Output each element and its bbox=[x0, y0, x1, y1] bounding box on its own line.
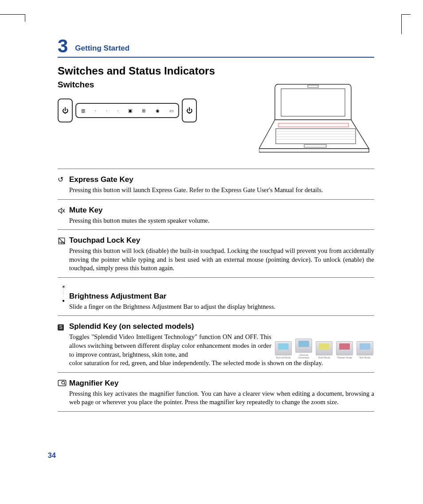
splendid-body-b: color saturation for red, green, and blu… bbox=[69, 359, 374, 368]
svg-rect-15 bbox=[58, 380, 66, 386]
left-diagrams: Switches ⏻ ▥···▣⊞◉▭ ⏻ bbox=[58, 80, 197, 122]
splendid-modes: Normal Mode Gamma Correction Vivid Mode … bbox=[274, 334, 374, 359]
crop-mark-top-right bbox=[401, 14, 411, 34]
svg-line-17 bbox=[64, 383, 65, 384]
laptop-diagram bbox=[259, 80, 374, 160]
section-mute: Mute Key Pressing this button mutes the … bbox=[58, 199, 374, 230]
mode-gamma-icon bbox=[295, 339, 312, 353]
magnifier-body: Pressing this key activates the magnifie… bbox=[69, 390, 374, 407]
center-strip-icon: ▥···▣⊞◉▭ bbox=[75, 103, 179, 118]
splendid-body-a: Toggles "Splendid Video Intelligent Tech… bbox=[69, 333, 271, 359]
section-splendid: S Splendid Key (on selected models) Togg… bbox=[58, 315, 374, 372]
switch-panel-diagram: ⏻ ▥···▣⊞◉▭ ⏻ bbox=[58, 98, 197, 122]
mode-soft-icon bbox=[356, 341, 373, 355]
magnifier-icon bbox=[58, 379, 69, 388]
diagram-row: Switches ⏻ ▥···▣⊞◉▭ ⏻ bbox=[58, 80, 374, 160]
svg-point-16 bbox=[62, 381, 64, 384]
splendid-icon: S bbox=[58, 322, 69, 331]
svg-rect-8 bbox=[304, 145, 326, 147]
touchpad-lock-icon bbox=[58, 236, 69, 246]
brightness-title: Brightness Adjustment Bar bbox=[69, 292, 374, 301]
mute-icon bbox=[58, 206, 69, 216]
mute-title: Mute Key bbox=[69, 206, 374, 215]
left-button-icon: ⏻ bbox=[58, 98, 73, 122]
svg-rect-0 bbox=[281, 89, 345, 116]
svg-rect-3 bbox=[276, 129, 356, 144]
subtitle: Switches bbox=[58, 80, 197, 90]
brightness-body: Slide a finger on the Brightness Adjustm… bbox=[69, 303, 374, 311]
touchpad-body: Pressing this button will lock (disable)… bbox=[69, 247, 374, 273]
svg-rect-1 bbox=[308, 85, 318, 87]
brightness-bar-icon: ☀ ···· ● bbox=[58, 284, 69, 303]
chapter-header: 3 Getting Started bbox=[58, 35, 374, 58]
express-gate-icon: ↺ bbox=[58, 175, 69, 183]
page-title: Switches and Status Indicators bbox=[58, 65, 374, 77]
mode-label: Theater Mode bbox=[335, 356, 354, 359]
right-button-icon: ⏻ bbox=[182, 98, 197, 122]
mode-label: Gamma Correction bbox=[294, 354, 313, 359]
section-magnifier: Magnifier Key Pressing this key activate… bbox=[58, 372, 374, 412]
mode-vivid-icon bbox=[316, 341, 333, 355]
chapter-number: 3 bbox=[58, 35, 68, 57]
section-brightness: ☀ ···· ● Brightness Adjustment Bar Slide… bbox=[58, 277, 374, 316]
splendid-title: Splendid Key (on selected models) bbox=[69, 322, 374, 331]
page-content: 3 Getting Started Switches and Status In… bbox=[0, 0, 423, 438]
touchpad-title: Touchpad Lock Key bbox=[69, 236, 374, 245]
mode-theater-icon bbox=[336, 341, 353, 355]
express-gate-body: Pressing this button will launch Express… bbox=[69, 186, 374, 195]
mode-label: Soft Mode bbox=[356, 356, 374, 359]
crop-mark-top-left bbox=[0, 14, 25, 22]
page-number: 34 bbox=[48, 452, 56, 460]
section-express-gate: ↺ Express Gate Key Pressing this button … bbox=[58, 169, 374, 199]
express-gate-title: Express Gate Key bbox=[69, 175, 374, 184]
magnifier-title: Magnifier Key bbox=[69, 379, 374, 388]
mute-body: Pressing this button mutes the system sp… bbox=[69, 217, 374, 225]
mode-normal-icon bbox=[275, 341, 292, 355]
chapter-title: Getting Started bbox=[75, 44, 129, 53]
section-touchpad: Touchpad Lock Key Pressing this button w… bbox=[58, 229, 374, 277]
